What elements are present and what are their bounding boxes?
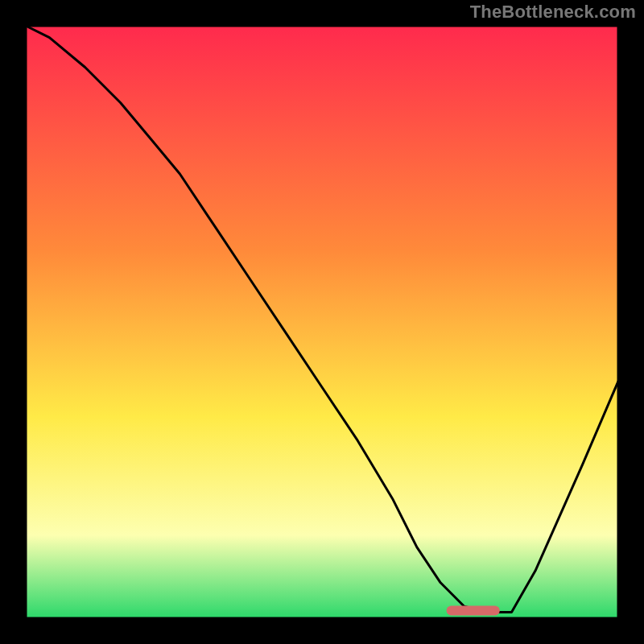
watermark-text: TheBottleneck.com <box>470 2 636 23</box>
plot-background <box>26 26 618 618</box>
optimal-range-marker <box>447 605 500 615</box>
bottleneck-curve-chart <box>0 0 644 644</box>
